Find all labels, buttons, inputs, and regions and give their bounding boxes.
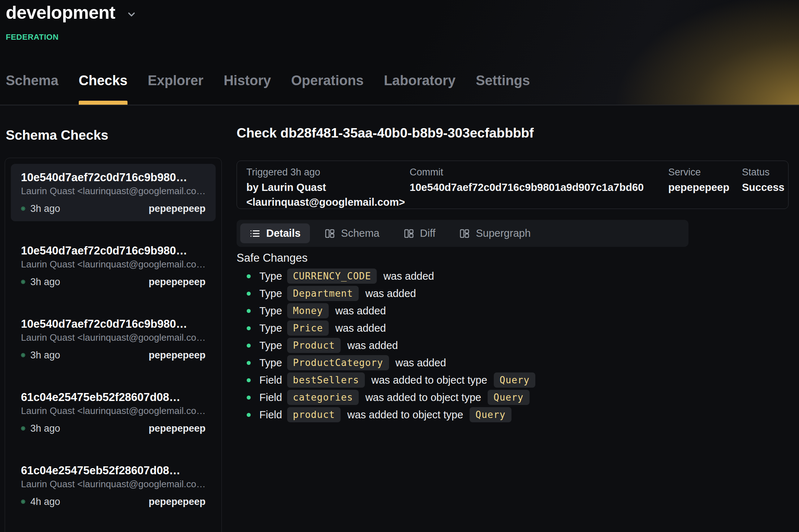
columns-icon [459, 228, 470, 239]
service-value: pepepepeep [668, 180, 742, 195]
status-dot-icon [21, 280, 25, 284]
main-nav: Schema Checks Explorer History Operation… [6, 71, 530, 105]
change-row: Type CURRENCY_CODE was added [237, 267, 742, 285]
code-chip: categories [287, 390, 359, 405]
check-detail-title: Check db28f481-35aa-40b0-b8b9-303ecfabbb… [237, 126, 534, 141]
columns-icon [324, 228, 335, 239]
bullet-icon [247, 309, 251, 313]
change-row: Type Money was added [237, 302, 742, 319]
status-dot-icon [21, 353, 25, 357]
safe-changes-list: Type CURRENCY_CODE was added Type Depart… [237, 267, 742, 423]
service-label: Service [668, 167, 742, 178]
check-commit-hash: 10e540d7aef72c0d716c9b980… [21, 244, 206, 257]
federation-badge: FEDERATION [6, 32, 59, 42]
change-row: Type ProductCategory was added [237, 354, 742, 371]
code-chip: Department [287, 286, 359, 301]
status-value: Success [742, 180, 785, 195]
tab-operations[interactable]: Operations [291, 71, 364, 105]
status-dot-icon [21, 500, 25, 504]
triggered-email: <laurinquast@googlemail.com> [246, 195, 410, 210]
commit-label: Commit [410, 167, 668, 178]
check-author: Laurin Quast <laurinquast@googlemail.co… [21, 259, 206, 270]
change-row: Type Price was added [237, 319, 742, 337]
code-chip: Query [494, 372, 535, 388]
page-header: development FEDERATION Schema Checks Exp… [0, 0, 799, 105]
check-time: 3h ago [30, 350, 60, 361]
check-commit-hash: 10e540d7aef72c0d716c9b980… [21, 171, 206, 184]
check-list-item[interactable]: 10e540d7aef72c0d716c9b980… Laurin Quast … [11, 310, 216, 368]
code-chip: Query [488, 390, 529, 405]
change-row: Type Product was added [237, 337, 742, 354]
status-dot-icon [21, 206, 25, 211]
bullet-icon [247, 274, 251, 278]
check-commit-hash: 61c04e25475eb52f28607d08… [21, 464, 206, 477]
code-chip: bestSellers [287, 372, 365, 388]
check-service: pepepepeep [148, 423, 206, 434]
check-service: pepepepeep [148, 203, 206, 214]
check-service: pepepepeep [148, 276, 206, 288]
view-tab-details[interactable]: Details [240, 223, 310, 243]
check-service: pepepepeep [148, 350, 206, 361]
bullet-icon [247, 396, 251, 400]
columns-icon [403, 228, 414, 239]
check-author: Laurin Quast <laurinquast@googlemail.co… [21, 405, 206, 417]
change-row: Type Department was added [237, 285, 742, 302]
chevron-down-icon [126, 9, 137, 20]
check-time: 3h ago [30, 423, 60, 434]
code-chip: product [287, 407, 341, 422]
bullet-icon [247, 378, 251, 382]
tab-checks[interactable]: Checks [79, 71, 128, 105]
tab-history[interactable]: History [224, 71, 271, 105]
bullet-icon [247, 361, 251, 365]
triggered-label: Triggered 3h ago [246, 167, 410, 178]
safe-changes-title: Safe Changes [237, 252, 307, 265]
tab-settings[interactable]: Settings [476, 71, 530, 105]
bullet-icon [247, 344, 251, 348]
view-tab-schema[interactable]: Schema [315, 223, 389, 243]
check-meta-box: Triggered 3h ago by Laurin Quast <laurin… [237, 161, 789, 209]
check-author: Laurin Quast <laurinquast@googlemail.co… [21, 332, 206, 343]
check-service: pepepepeep [148, 496, 206, 507]
code-chip: Price [287, 320, 329, 336]
change-row: Field categories was added to object typ… [237, 389, 742, 406]
check-view-tabs: Details Schema Diff Supergraph [237, 220, 688, 247]
project-switcher[interactable]: development [6, 2, 137, 23]
bullet-icon [247, 292, 251, 296]
tab-laboratory[interactable]: Laboratory [384, 71, 455, 105]
check-list-item[interactable]: 61c04e25475eb52f28607d08… Laurin Quast <… [11, 457, 216, 514]
check-commit-hash: 10e540d7aef72c0d716c9b980… [21, 318, 206, 331]
bullet-icon [247, 326, 251, 330]
check-commit-hash: 61c04e25475eb52f28607d08… [21, 391, 206, 404]
status-label: Status [742, 167, 785, 178]
schema-checks-list: 10e540d7aef72c0d716c9b980… Laurin Quast … [5, 158, 222, 532]
sidebar-title: Schema Checks [6, 128, 108, 143]
check-author: Laurin Quast <laurinquast@googlemail.co… [21, 479, 206, 490]
change-row: Field bestSellers was added to object ty… [237, 371, 742, 389]
check-list-item[interactable]: 10e540d7aef72c0d716c9b980… Laurin Quast … [11, 237, 216, 295]
tab-schema[interactable]: Schema [6, 71, 59, 105]
change-row: Field product was added to object type Q… [237, 406, 742, 423]
view-tab-diff[interactable]: Diff [394, 223, 445, 243]
tab-explorer[interactable]: Explorer [148, 71, 203, 105]
check-list-item[interactable]: 61c04e25475eb52f28607d08… Laurin Quast <… [11, 384, 216, 441]
status-dot-icon [21, 426, 25, 431]
code-chip: Query [470, 407, 511, 422]
bullet-icon [247, 413, 251, 417]
code-chip: Money [287, 303, 329, 318]
code-chip: CURRENCY_CODE [287, 269, 377, 284]
check-list-item[interactable]: 10e540d7aef72c0d716c9b980… Laurin Quast … [11, 164, 216, 221]
triggered-by: by Laurin Quast [246, 180, 410, 195]
code-chip: ProductCategory [287, 355, 389, 370]
check-time: 3h ago [30, 276, 60, 288]
code-chip: Product [287, 338, 341, 353]
view-tab-supergraph[interactable]: Supergraph [450, 223, 540, 243]
check-time: 4h ago [30, 496, 60, 507]
list-icon [250, 228, 260, 239]
project-name: development [6, 2, 115, 23]
check-author: Laurin Quast <laurinquast@googlemail.co… [21, 186, 206, 197]
check-time: 3h ago [30, 203, 60, 214]
commit-value: 10e540d7aef72c0d716c9b9801a9d907c1a7bd60 [410, 180, 668, 195]
